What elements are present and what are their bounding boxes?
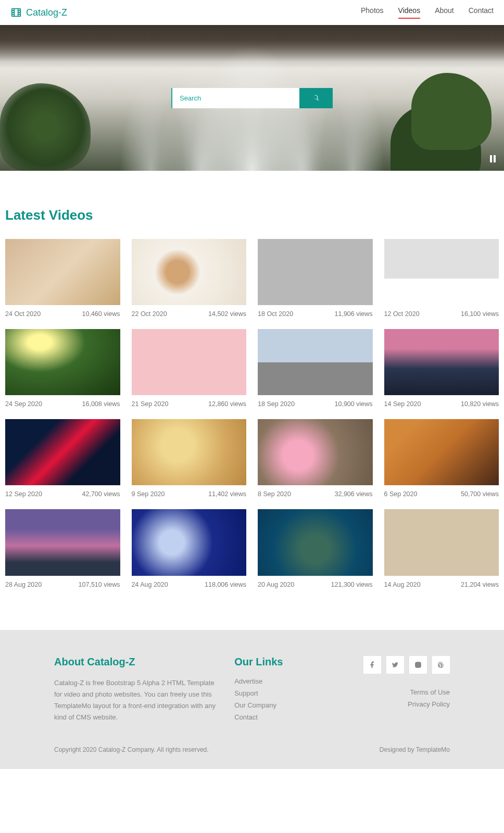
social-links: [344, 656, 450, 674]
video-card: 9 Sep 202011,402 views: [132, 419, 247, 498]
video-meta: 20 Aug 2020121,300 views: [258, 581, 373, 588]
video-thumbnail[interactable]: [5, 419, 120, 485]
video-views: 16,100 views: [461, 310, 499, 318]
video-date: 12 Sep 2020: [5, 490, 42, 498]
video-thumbnail[interactable]: [258, 239, 373, 305]
footer-link[interactable]: Support: [234, 689, 329, 697]
video-date: 12 Oct 2020: [384, 310, 420, 318]
instagram-icon: [414, 661, 422, 668]
video-meta: 12 Oct 202016,100 views: [384, 310, 499, 318]
video-meta: 6 Sep 202050,700 views: [384, 490, 499, 498]
search-input[interactable]: [171, 88, 299, 108]
video-card: 6 Sep 202050,700 views: [384, 419, 499, 498]
footer-link[interactable]: Our Company: [234, 701, 329, 709]
footer-about-title: About Catalog-Z: [54, 656, 219, 668]
legal-link[interactable]: Terms of Use: [344, 688, 450, 696]
video-date: 22 Oct 2020: [132, 310, 167, 318]
video-date: 20 Aug 2020: [258, 581, 294, 588]
video-views: 10,460 views: [82, 310, 120, 318]
facebook-button[interactable]: [363, 656, 381, 674]
nav-about[interactable]: About: [435, 6, 454, 19]
pinterest-button[interactable]: [432, 656, 450, 674]
video-thumbnail[interactable]: [5, 509, 120, 575]
video-date: 21 Sep 2020: [132, 400, 169, 408]
video-card: 18 Oct 202011,906 views: [258, 239, 373, 318]
video-meta: 18 Oct 202011,906 views: [258, 310, 373, 318]
video-card: 8 Sep 202032,906 views: [258, 419, 373, 498]
facebook-icon: [369, 661, 376, 668]
legal-link[interactable]: Privacy Policy: [344, 700, 450, 708]
footer-about-text: Catalog-Z is free Bootstrap 5 Alpha 2 HT…: [54, 677, 219, 723]
video-card: 28 Aug 2020107,510 views: [5, 509, 120, 588]
video-card: 20 Aug 2020121,300 views: [258, 509, 373, 588]
video-date: 6 Sep 2020: [384, 490, 418, 498]
nav-photos[interactable]: Photos: [361, 6, 384, 19]
video-meta: 8 Sep 202032,906 views: [258, 490, 373, 498]
video-thumbnail[interactable]: [132, 419, 247, 485]
video-thumbnail[interactable]: [384, 509, 499, 575]
footer-links-title: Our Links: [234, 656, 329, 668]
footer-link[interactable]: Advertise: [234, 677, 329, 685]
footer-about: About Catalog-Z Catalog-Z is free Bootst…: [54, 656, 219, 725]
footer-link[interactable]: Contact: [234, 713, 329, 721]
nav-contact[interactable]: Contact: [469, 6, 494, 19]
video-thumbnail[interactable]: [258, 329, 373, 395]
instagram-button[interactable]: [409, 656, 427, 674]
video-date: 24 Aug 2020: [132, 581, 168, 588]
hero: [0, 25, 504, 171]
video-thumbnail[interactable]: [258, 419, 373, 485]
logo[interactable]: Catalog-Z: [10, 7, 67, 18]
video-card: 24 Aug 2020118,006 views: [132, 509, 247, 588]
video-views: 16,008 views: [82, 400, 120, 408]
copyright: Copyright 2020 Catalog-Z Company. All ri…: [54, 746, 209, 753]
video-views: 11,402 views: [208, 490, 246, 498]
legal-links: Terms of UsePrivacy Policy: [344, 688, 450, 708]
search-button[interactable]: [299, 88, 333, 108]
video-meta: 24 Sep 202016,008 views: [5, 400, 120, 408]
video-date: 18 Oct 2020: [258, 310, 293, 318]
brand-text: Catalog-Z: [26, 7, 67, 18]
video-thumbnail[interactable]: [384, 419, 499, 485]
nav-videos[interactable]: Videos: [398, 6, 421, 19]
video-views: 10,900 views: [335, 400, 373, 408]
video-thumbnail[interactable]: [132, 239, 247, 305]
video-views: 21,204 views: [461, 581, 499, 588]
footer-links: Our Links AdvertiseSupportOur CompanyCon…: [234, 656, 329, 725]
video-date: 24 Oct 2020: [5, 310, 41, 318]
video-date: 24 Sep 2020: [5, 400, 42, 408]
svg-point-11: [420, 663, 420, 663]
video-thumbnail[interactable]: [384, 239, 499, 305]
video-card: 24 Oct 202010,460 views: [5, 239, 120, 318]
video-date: 9 Sep 2020: [132, 490, 165, 498]
footer-bottom: Copyright 2020 Catalog-Z Company. All ri…: [54, 746, 450, 753]
video-card: 12 Sep 202042,700 views: [5, 419, 120, 498]
video-meta: 28 Aug 2020107,510 views: [5, 581, 120, 588]
search-icon: [312, 94, 320, 102]
search-form: [171, 88, 333, 108]
video-date: 14 Aug 2020: [384, 581, 421, 588]
video-meta: 24 Aug 2020118,006 views: [132, 581, 247, 588]
video-thumbnail[interactable]: [5, 329, 120, 395]
pause-icon[interactable]: [490, 155, 496, 162]
video-card: 18 Sep 202010,900 views: [258, 329, 373, 408]
video-date: 8 Sep 2020: [258, 490, 291, 498]
twitter-button[interactable]: [386, 656, 404, 674]
video-thumbnail[interactable]: [384, 329, 499, 395]
video-views: 12,860 views: [208, 400, 246, 408]
video-card: 14 Sep 202010,820 views: [384, 329, 499, 408]
video-meta: 18 Sep 202010,900 views: [258, 400, 373, 408]
video-card: 22 Oct 202014,502 views: [132, 239, 247, 318]
svg-point-10: [417, 663, 420, 666]
video-views: 14,502 views: [208, 310, 246, 318]
video-thumbnail[interactable]: [132, 509, 247, 575]
video-views: 32,906 views: [335, 490, 373, 498]
video-views: 42,700 views: [82, 490, 120, 498]
video-views: 118,006 views: [205, 581, 246, 588]
footer-right: Terms of UsePrivacy Policy: [344, 656, 450, 725]
footer: About Catalog-Z Catalog-Z is free Bootst…: [0, 630, 504, 769]
video-date: 18 Sep 2020: [258, 400, 295, 408]
twitter-icon: [392, 661, 399, 668]
video-thumbnail[interactable]: [5, 239, 120, 305]
video-thumbnail[interactable]: [132, 329, 247, 395]
video-thumbnail[interactable]: [258, 509, 373, 575]
